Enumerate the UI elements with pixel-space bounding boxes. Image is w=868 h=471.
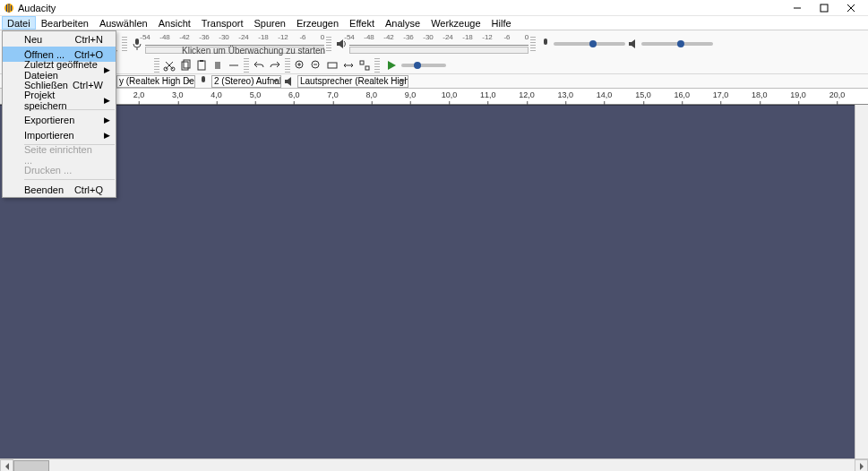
toolbar-grip[interactable] [285, 58, 290, 73]
svg-rect-29 [202, 76, 205, 82]
svg-rect-3 [11, 5, 12, 11]
title-bar: Audacity [0, 0, 868, 16]
rec-meter-hint[interactable]: Klicken um Überwachung zu starten [182, 46, 325, 56]
svg-rect-19 [215, 62, 220, 69]
ruler-tick: 10,0 [442, 90, 458, 99]
menu-spuren[interactable]: Spuren [248, 16, 290, 30]
ruler-tick: 14,0 [597, 90, 613, 99]
zoom-toggle-icon[interactable] [357, 57, 373, 73]
menu-ansicht[interactable]: Ansicht [153, 16, 196, 30]
toolbar-grip[interactable] [154, 58, 159, 73]
ruler-tick: 12,0 [519, 90, 535, 99]
ruler-tick: 11,0 [480, 90, 496, 99]
svg-rect-2 [9, 4, 10, 13]
toolbar-area: -54-48-42-36-30-24-18-12-60 Klicken um Ü… [0, 30, 868, 89]
audio-host-combo[interactable]: y (Realtek High Def [116, 75, 195, 88]
menu-item-exportieren[interactable]: Exportieren▶ [3, 112, 116, 127]
menu-item-importieren[interactable]: Importieren▶ [3, 127, 116, 142]
svg-rect-1 [6, 4, 7, 12]
maximize-button[interactable] [811, 0, 838, 16]
scroll-left-icon[interactable] [0, 459, 13, 471]
rec-volume-slider[interactable] [554, 42, 625, 46]
zoom-out-icon[interactable] [308, 57, 324, 73]
ruler-tick: 4,0 [211, 90, 222, 99]
window-title: Audacity [18, 3, 784, 13]
menu-datei[interactable]: Datei [2, 16, 36, 30]
toolbar-grip[interactable] [244, 58, 249, 73]
ruler-tick: 19,0 [790, 90, 806, 99]
svg-rect-28 [365, 66, 369, 70]
paste-icon[interactable] [193, 57, 210, 73]
toolbar-grip[interactable] [530, 37, 536, 51]
svg-rect-16 [184, 60, 190, 68]
svg-rect-27 [360, 61, 364, 64]
svg-rect-17 [198, 61, 205, 70]
ruler-tick: 9,0 [405, 90, 417, 99]
toolbar-grip[interactable] [374, 58, 380, 73]
scroll-right-icon[interactable] [855, 459, 868, 471]
vertical-scrollbar[interactable] [855, 105, 868, 458]
svg-rect-11 [135, 39, 139, 45]
cut-icon[interactable] [161, 57, 177, 73]
ruler-tick: 6,0 [288, 90, 300, 99]
undo-icon[interactable] [251, 57, 267, 73]
close-button[interactable] [838, 0, 864, 16]
play-volume-slider[interactable] [641, 42, 713, 46]
menu-hilfe[interactable]: Hilfe [486, 16, 517, 30]
file-menu-dropdown: NeuCtrl+N Öffnen ...Ctrl+O Zuletzt geöff… [2, 30, 116, 198]
svg-rect-15 [182, 62, 188, 70]
menu-bar: Datei Bearbeiten Auswählen Ansicht Trans… [0, 16, 868, 30]
copy-icon[interactable] [177, 57, 193, 73]
play-speed-slider[interactable] [401, 64, 446, 67]
horizontal-scrollbar[interactable] [0, 458, 868, 471]
ruler-tick: 18,0 [752, 90, 768, 99]
svg-rect-12 [544, 39, 547, 45]
redo-icon[interactable] [267, 57, 283, 73]
ruler-tick: 16,0 [674, 90, 690, 99]
svg-rect-18 [200, 60, 203, 62]
menu-item-neu[interactable]: NeuCtrl+N [3, 31, 116, 47]
menu-item-recent[interactable]: Zuletzt geöffnete Dateien▶ [3, 62, 116, 77]
mic-volume-icon [539, 38, 552, 50]
ruler-tick: 15,0 [635, 90, 651, 99]
menu-analyse[interactable]: Analyse [380, 16, 425, 30]
timeline-ruler[interactable]: 2,03,04,05,06,07,08,09,010,011,012,013,0… [0, 89, 868, 105]
play-volume-icon [627, 38, 640, 50]
silence-icon[interactable] [226, 57, 242, 73]
menu-erzeugen[interactable]: Erzeugen [291, 16, 344, 30]
ruler-tick: 8,0 [366, 90, 378, 99]
toolbar-grip[interactable] [122, 37, 127, 51]
mic-icon [197, 75, 210, 88]
zoom-in-icon[interactable] [292, 57, 308, 73]
menu-werkzeuge[interactable]: Werkzeuge [425, 16, 486, 30]
fit-project-icon[interactable] [340, 57, 357, 73]
menu-item-page-setup[interactable]: Seite einrichten ... [3, 147, 116, 162]
ruler-tick: 17,0 [713, 90, 729, 99]
rec-channels-combo[interactable]: 2 (Stereo) Aufnahmekanäl [211, 75, 281, 88]
play-device-combo[interactable]: Lautsprecher (Realtek High Defi [297, 75, 408, 88]
svg-rect-26 [328, 63, 337, 68]
svg-rect-5 [821, 4, 828, 12]
menu-effekt[interactable]: Effekt [344, 16, 380, 30]
menu-transport[interactable]: Transport [196, 16, 249, 30]
ruler-tick: 3,0 [172, 90, 184, 99]
app-icon [4, 3, 14, 13]
ruler-tick: 7,0 [327, 90, 339, 99]
toolbar-grip[interactable] [326, 37, 331, 51]
menu-item-print[interactable]: Drucken ... [3, 162, 116, 177]
minimize-button[interactable] [784, 0, 811, 16]
ruler-tick: 5,0 [250, 90, 262, 99]
trim-icon[interactable] [210, 57, 226, 73]
fit-selection-icon[interactable] [324, 57, 340, 73]
menu-item-save-project[interactable]: Projekt speichern▶ [3, 92, 116, 107]
play-at-speed-button[interactable] [382, 57, 401, 73]
menu-item-beenden[interactable]: BeendenCtrl+Q [3, 182, 116, 197]
track-area[interactable] [0, 105, 868, 458]
ruler-tick: 13,0 [558, 90, 574, 99]
ruler-tick: 2,0 [133, 90, 145, 99]
scroll-thumb[interactable] [13, 460, 49, 471]
speaker-icon [283, 75, 296, 88]
ruler-tick: 20,0 [829, 90, 846, 99]
